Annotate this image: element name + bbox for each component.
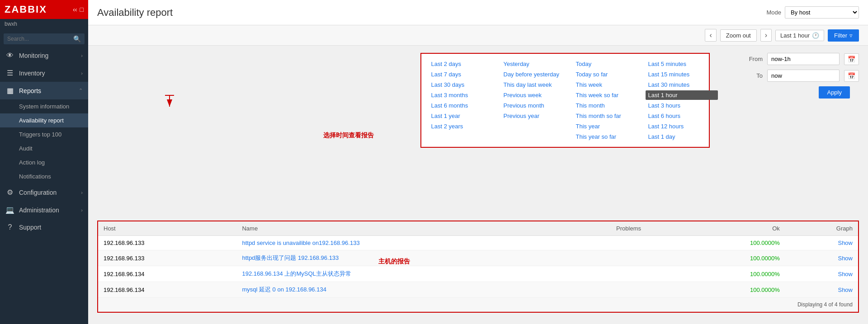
username: bwxh: [0, 19, 88, 31]
inventory-icon: ☰: [5, 69, 14, 77]
sidebar-item-reports[interactable]: ▦ Reports ⌃: [0, 82, 88, 99]
time-today-so-far[interactable]: Today so far: [573, 70, 646, 79]
time-last-30-days[interactable]: Last 30 days: [429, 80, 501, 89]
cell-name[interactable]: httpd服务出现了问题 192.168.96.133: [236, 250, 580, 266]
zoom-out-button[interactable]: Zoom out: [720, 29, 757, 42]
mode-select[interactable]: By host By trigger template: [785, 6, 859, 19]
configuration-icon: ⚙: [5, 188, 14, 197]
time-col-1: Last 2 days Last 7 days Last 30 days Las…: [429, 59, 501, 141]
toolbar-row: ‹ Zoom out › Last 1 hour 🕐 Filter ▿: [88, 25, 868, 46]
chevron-administration: ›: [81, 207, 83, 213]
cell-graph[interactable]: Show: [785, 282, 858, 298]
time-previous-month[interactable]: Previous month: [501, 101, 573, 110]
time-display-text: Last 1 hour: [780, 32, 810, 39]
time-last-5-min[interactable]: Last 5 minutes: [646, 59, 718, 69]
mode-label: Mode: [766, 9, 781, 16]
sidebar-item-inventory[interactable]: ☰ Inventory ›: [0, 64, 88, 82]
mode-selector: Mode By host By trigger template: [766, 6, 859, 19]
time-today[interactable]: Today: [573, 59, 646, 69]
main-content: Availability report Mode By host By trig…: [88, 0, 868, 324]
cell-problems: [581, 282, 676, 298]
time-last-3-months[interactable]: Last 3 months: [429, 90, 501, 100]
time-last-2-days[interactable]: Last 2 days: [429, 59, 501, 69]
cell-name[interactable]: mysql 延迟 0 on 192.168.96.134: [236, 282, 580, 298]
time-this-year-so-far[interactable]: This year so far: [573, 132, 646, 141]
sidebar-label-inventory: Inventory: [19, 70, 76, 77]
sidebar-item-support[interactable]: ? Support: [0, 219, 88, 236]
time-day-before-yesterday[interactable]: Day before yesterday: [501, 70, 573, 79]
prev-button[interactable]: ‹: [705, 29, 716, 42]
main-header: Availability report Mode By host By trig…: [88, 0, 868, 25]
logo-icons: ‹‹ □: [73, 6, 84, 13]
sidebar-sub-triggers-top-100[interactable]: Triggers top 100: [0, 127, 88, 141]
sidebar-label-administration: Administration: [19, 207, 76, 214]
collapse-icon[interactable]: ‹‹: [73, 6, 77, 13]
time-yesterday[interactable]: Yesterday: [501, 59, 573, 69]
table-row: 192.168.96.133 httpd服务出现了问题 192.168.96.1…: [98, 250, 858, 266]
sidebar-sub-audit[interactable]: Audit: [0, 141, 88, 155]
logo-text: ZABBIX: [5, 4, 47, 15]
time-this-month-so-far[interactable]: This month so far: [573, 111, 646, 121]
time-last-1-day[interactable]: Last 1 day: [646, 132, 718, 141]
search-input[interactable]: [4, 33, 85, 44]
cell-name[interactable]: 192.168.96.134 上的MySQL主从状态异常: [236, 266, 580, 282]
table-row: 192.168.96.134 192.168.96.134 上的MySQL主从状…: [98, 266, 858, 282]
sidebar: ZABBIX ‹‹ □ bwxh 🔍 👁 Monitoring › ☰ Inve…: [0, 0, 88, 324]
time-last-12-hours[interactable]: Last 12 hours: [646, 122, 718, 131]
time-last-30-min[interactable]: Last 30 minutes: [646, 80, 718, 89]
content-area: From 📅 To 📅 Apply Last 2 days Last 7 day…: [88, 46, 868, 324]
time-previous-year[interactable]: Previous year: [501, 111, 573, 121]
sidebar-label-configuration: Configuration: [19, 189, 76, 196]
sidebar-sub-system-information[interactable]: System information: [0, 99, 88, 113]
cell-graph[interactable]: Show: [785, 266, 858, 282]
time-last-7-days[interactable]: Last 7 days: [429, 70, 501, 79]
filter-button[interactable]: Filter ▿: [828, 29, 859, 42]
chevron-reports: ⌃: [79, 88, 83, 94]
time-last-6-hours[interactable]: Last 6 hours: [646, 111, 718, 121]
time-previous-week[interactable]: Previous week: [501, 90, 573, 100]
from-calendar-button[interactable]: 📅: [844, 53, 859, 65]
sidebar-label-support: Support: [19, 224, 83, 231]
cell-host: 192.168.96.133: [98, 250, 236, 266]
table-footer-row: Displaying 4 of 4 found: [98, 298, 858, 312]
time-last-2-years[interactable]: Last 2 years: [429, 122, 501, 131]
chevron-configuration: ›: [81, 190, 83, 195]
from-row: From 📅: [747, 53, 859, 65]
to-row: To 📅: [747, 70, 859, 82]
cell-graph[interactable]: Show: [785, 250, 858, 266]
from-input[interactable]: [767, 53, 840, 65]
time-this-month[interactable]: This month: [573, 101, 646, 110]
annotation-time: 选择时间查看报告: [323, 131, 374, 140]
to-input[interactable]: [767, 70, 840, 82]
search-bar: 🔍: [0, 31, 88, 47]
time-this-year[interactable]: This year: [573, 122, 646, 131]
time-last-1-year[interactable]: Last 1 year: [429, 111, 501, 121]
report-table: Host Name Problems Ok Graph 192.168.96.1…: [98, 221, 858, 312]
cell-ok: 100.0000%: [676, 236, 785, 250]
sidebar-sub-availability-report[interactable]: Availability report: [0, 113, 88, 127]
expand-icon[interactable]: □: [80, 6, 84, 13]
to-calendar-button[interactable]: 📅: [844, 70, 859, 82]
sidebar-sub-action-log[interactable]: Action log: [0, 155, 88, 169]
clock-icon: 🕐: [812, 32, 819, 39]
time-last-1-hour[interactable]: Last 1 hour: [646, 90, 718, 100]
col-name: Name: [236, 221, 580, 236]
sidebar-item-configuration[interactable]: ⚙ Configuration ›: [0, 183, 88, 201]
time-this-day-last-week[interactable]: This day last week: [501, 80, 573, 89]
next-button[interactable]: ›: [760, 29, 772, 42]
time-last-15-min[interactable]: Last 15 minutes: [646, 70, 718, 79]
time-display: Last 1 hour 🕐: [775, 30, 824, 41]
to-label: To: [747, 72, 763, 79]
sidebar-sub-notifications[interactable]: Notifications: [0, 169, 88, 183]
time-last-3-hours[interactable]: Last 3 hours: [646, 101, 718, 110]
cell-name[interactable]: httpd service is unavailible on192.168.9…: [236, 236, 580, 250]
time-this-week-so-far[interactable]: This week so far: [573, 90, 646, 100]
time-period-dropdown: Last 2 days Last 7 days Last 30 days Las…: [420, 53, 710, 148]
sidebar-item-administration[interactable]: 💻 Administration ›: [0, 201, 88, 219]
reports-icon: ▦: [5, 86, 14, 95]
apply-button[interactable]: Apply: [819, 86, 850, 99]
cell-graph[interactable]: Show: [785, 236, 858, 250]
time-last-6-months[interactable]: Last 6 months: [429, 101, 501, 110]
sidebar-item-monitoring[interactable]: 👁 Monitoring ›: [0, 47, 88, 64]
time-this-week[interactable]: This week: [573, 80, 646, 89]
